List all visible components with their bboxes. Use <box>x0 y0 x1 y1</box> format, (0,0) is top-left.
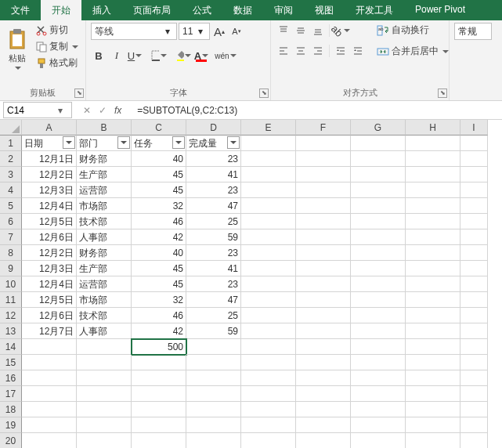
row-header-20[interactable]: 20 <box>0 433 22 448</box>
cell[interactable]: 25 <box>186 308 241 323</box>
cell[interactable] <box>406 229 460 245</box>
cell[interactable]: 41 <box>186 261 241 276</box>
cell[interactable]: 技术部 <box>77 308 132 323</box>
cell[interactable] <box>406 261 460 276</box>
indent-decrease-button[interactable] <box>333 43 349 59</box>
cell[interactable] <box>186 402 241 417</box>
cell[interactable] <box>241 308 296 323</box>
accept-formula-icon[interactable]: ✓ <box>99 105 107 116</box>
col-header-D[interactable]: D <box>186 120 241 135</box>
cell[interactable]: 42 <box>132 229 186 245</box>
cell[interactable] <box>296 135 351 151</box>
row-header-4[interactable]: 4 <box>0 182 22 198</box>
cell[interactable] <box>406 339 460 355</box>
cell[interactable] <box>460 135 488 151</box>
cell[interactable] <box>241 339 296 355</box>
name-box-input[interactable] <box>4 105 54 116</box>
cell[interactable] <box>406 276 460 292</box>
cell[interactable] <box>296 323 351 339</box>
cell[interactable] <box>351 135 406 151</box>
row-header-6[interactable]: 6 <box>0 214 22 229</box>
cell[interactable] <box>460 370 488 386</box>
cell[interactable] <box>296 214 351 229</box>
cell[interactable] <box>460 292 488 308</box>
row-header-16[interactable]: 16 <box>0 370 22 386</box>
cell[interactable] <box>132 433 186 448</box>
cell[interactable] <box>351 402 406 417</box>
tab-file[interactable]: 文件 <box>0 0 41 20</box>
cell[interactable] <box>406 151 460 167</box>
cell[interactable] <box>77 417 132 433</box>
cell[interactable] <box>241 229 296 245</box>
filter-button[interactable] <box>227 136 240 149</box>
select-all-corner[interactable] <box>0 120 22 135</box>
cell[interactable] <box>351 167 406 182</box>
row-header-5[interactable]: 5 <box>0 198 22 214</box>
cell[interactable]: 12月4日 <box>22 198 77 214</box>
painter-button[interactable]: 格式刷 <box>33 56 81 70</box>
cell[interactable]: 45 <box>132 261 186 276</box>
col-header-E[interactable]: E <box>241 120 296 135</box>
row-header-8[interactable]: 8 <box>0 245 22 261</box>
align-right-button[interactable] <box>310 43 326 59</box>
cell[interactable] <box>296 339 351 355</box>
cell[interactable] <box>22 433 77 448</box>
cell[interactable] <box>351 198 406 214</box>
col-header-A[interactable]: A <box>22 120 77 135</box>
underline-button[interactable]: U <box>127 48 143 63</box>
row-header-15[interactable]: 15 <box>0 355 22 370</box>
row-header-19[interactable]: 19 <box>0 417 22 433</box>
cell[interactable] <box>460 323 488 339</box>
cell[interactable] <box>406 370 460 386</box>
cell[interactable] <box>460 167 488 182</box>
col-header-C[interactable]: C <box>132 120 186 135</box>
cell[interactable] <box>77 355 132 370</box>
cell[interactable] <box>296 355 351 370</box>
cell[interactable]: 12月4日 <box>22 276 77 292</box>
cell[interactable] <box>460 214 488 229</box>
row-header-3[interactable]: 3 <box>0 167 22 182</box>
align-bottom-button[interactable] <box>310 23 326 38</box>
filter-button[interactable] <box>117 136 130 149</box>
cell[interactable]: 500 <box>132 339 186 355</box>
cell[interactable] <box>296 276 351 292</box>
cell[interactable] <box>460 386 488 402</box>
cell[interactable] <box>406 323 460 339</box>
cell[interactable] <box>241 417 296 433</box>
cell[interactable]: 生产部 <box>77 167 132 182</box>
fx-icon[interactable]: fx <box>114 105 121 116</box>
tab-dev[interactable]: 开发工具 <box>345 0 404 20</box>
tab-data[interactable]: 数据 <box>222 0 263 20</box>
cell[interactable]: 财务部 <box>77 245 132 261</box>
cell[interactable]: 人事部 <box>77 323 132 339</box>
cell[interactable] <box>241 355 296 370</box>
cell[interactable] <box>241 402 296 417</box>
name-box-dropdown[interactable]: ▾ <box>54 105 67 116</box>
cell[interactable] <box>296 229 351 245</box>
cell[interactable] <box>406 402 460 417</box>
cell[interactable] <box>241 276 296 292</box>
font-size-combo[interactable]: 11▾ <box>179 23 210 40</box>
cell[interactable]: 运营部 <box>77 276 132 292</box>
cell[interactable]: 23 <box>186 245 241 261</box>
fill-color-button[interactable] <box>175 48 191 63</box>
row-header-14[interactable]: 14 <box>0 339 22 355</box>
cell[interactable] <box>132 355 186 370</box>
cell[interactable] <box>406 386 460 402</box>
cell[interactable] <box>351 182 406 198</box>
cell[interactable] <box>296 198 351 214</box>
cell[interactable] <box>241 182 296 198</box>
tab-layout[interactable]: 页面布局 <box>122 0 182 20</box>
cell[interactable] <box>460 276 488 292</box>
cell[interactable] <box>296 433 351 448</box>
cell[interactable]: 运营部 <box>77 182 132 198</box>
cell[interactable] <box>296 292 351 308</box>
cell[interactable] <box>351 151 406 167</box>
bold-button[interactable]: B <box>91 48 107 63</box>
cell[interactable] <box>351 323 406 339</box>
filter-button[interactable] <box>172 136 185 149</box>
cell[interactable] <box>460 151 488 167</box>
cell[interactable] <box>132 402 186 417</box>
row-header-12[interactable]: 12 <box>0 308 22 323</box>
row-header-2[interactable]: 2 <box>0 151 22 167</box>
